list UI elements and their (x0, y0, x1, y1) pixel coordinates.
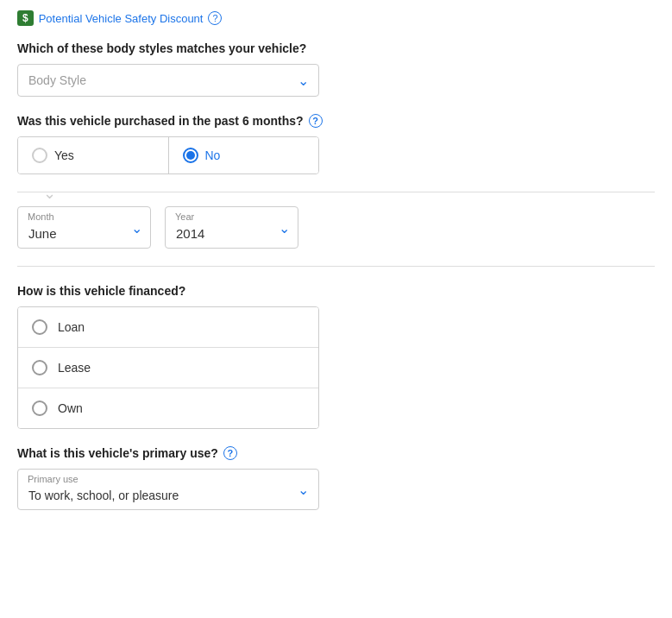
primary-use-field-label: Primary use (28, 474, 79, 484)
divider-section: ⌄ (17, 192, 655, 192)
discount-banner: $ Potential Vehicle Safety Discount ? (17, 10, 655, 26)
discount-help-icon[interactable]: ? (208, 11, 222, 25)
primary-use-question: What is this vehicle's primary use? ? (17, 446, 655, 460)
purchased-yes-option[interactable]: Yes (18, 137, 169, 173)
primary-use-dropdown-wrapper: Primary use To work, school, or pleasure… (17, 469, 319, 510)
purchased-no-option[interactable]: No (169, 137, 319, 173)
chevron-down-icon: ⌄ (43, 184, 56, 203)
body-style-section: Which of these body styles matches your … (17, 41, 655, 97)
own-radio-circle (32, 400, 47, 416)
primary-use-question-text: What is this vehicle's primary use? (17, 446, 218, 460)
full-divider (17, 266, 655, 267)
month-dropdown-wrapper: Month January February March April May J… (17, 206, 151, 249)
date-row: Month January February March April May J… (17, 206, 655, 249)
purchased-question: Was this vehicle purchased in the past 6… (17, 114, 655, 128)
month-label: Month (28, 211, 54, 222)
purchased-no-label: No (205, 148, 221, 162)
purchased-radio-group: Yes No (17, 136, 319, 174)
body-style-question: Which of these body styles matches your … (17, 41, 655, 55)
purchased-question-text: Was this vehicle purchased in the past 6… (17, 114, 304, 128)
purchased-no-radio-circle (183, 148, 198, 163)
primary-use-help-icon[interactable]: ? (223, 446, 237, 460)
body-style-select[interactable]: Body Style Sedan SUV Truck Coupe Van Con… (17, 64, 319, 97)
financing-loan-option[interactable]: Loan (18, 307, 318, 348)
purchased-yes-label: Yes (54, 148, 74, 162)
year-label: Year (175, 211, 194, 222)
dollar-icon: $ (22, 12, 28, 24)
financing-lease-option[interactable]: Lease (18, 348, 318, 388)
lease-label: Lease (58, 361, 91, 375)
financing-options-group: Loan Lease Own (17, 306, 319, 429)
discount-badge: $ (17, 10, 34, 26)
purchased-yes-radio-circle (32, 148, 47, 163)
discount-label: Potential Vehicle Safety Discount (39, 12, 204, 25)
own-label: Own (58, 401, 83, 415)
purchased-help-icon[interactable]: ? (309, 114, 323, 128)
lease-radio-circle (32, 360, 47, 375)
year-dropdown-wrapper: Year 2024 2023 2022 2021 2020 2019 2018 … (165, 206, 298, 249)
loan-label: Loan (58, 320, 85, 334)
financing-question: How is this vehicle financed? (17, 284, 655, 298)
loan-radio-circle (32, 319, 47, 335)
purchased-section: Was this vehicle purchased in the past 6… (17, 114, 655, 174)
financing-section: How is this vehicle financed? Loan Lease… (17, 284, 655, 429)
primary-use-section: What is this vehicle's primary use? ? Pr… (17, 446, 655, 510)
financing-own-option[interactable]: Own (18, 388, 318, 428)
body-style-dropdown-wrapper: Body Style Sedan SUV Truck Coupe Van Con… (17, 64, 319, 97)
